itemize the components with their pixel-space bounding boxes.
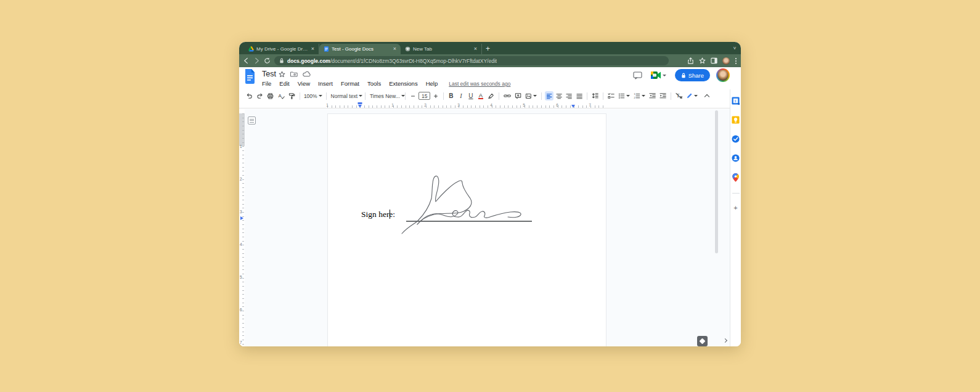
numbered-list-button[interactable]: 12 bbox=[632, 91, 647, 100]
document-title[interactable]: Test bbox=[262, 70, 276, 78]
show-document-outline-button[interactable] bbox=[248, 116, 256, 125]
justify-button[interactable] bbox=[575, 91, 584, 100]
url-path: /document/d/1fCDNo8zm3Q63svrDt-H8QXq5mop… bbox=[330, 58, 497, 64]
underline-button[interactable]: U bbox=[467, 91, 475, 100]
font-family-select[interactable]: Times New... bbox=[369, 91, 402, 100]
last-edit-status[interactable]: Last edit was seconds ago bbox=[449, 80, 510, 87]
italic-button[interactable]: I bbox=[457, 91, 465, 100]
ruler-number: 7 bbox=[240, 340, 242, 345]
text-color-button[interactable]: A bbox=[476, 91, 485, 100]
new-tab-button[interactable]: + bbox=[486, 45, 490, 52]
menu-insert[interactable]: Insert bbox=[317, 80, 333, 87]
horizontal-ruler[interactable]: 1 1 2 3 4 5 6 7 bbox=[239, 102, 730, 108]
zoom-select[interactable]: 100% bbox=[303, 91, 323, 100]
document-status-cloud-icon[interactable] bbox=[303, 71, 311, 78]
google-docs-logo[interactable] bbox=[245, 69, 255, 84]
clear-formatting-button[interactable]: T bbox=[674, 91, 684, 100]
new-tab-favicon-icon bbox=[405, 46, 410, 52]
menu-edit[interactable]: Edit bbox=[279, 80, 290, 87]
decrease-indent-button[interactable] bbox=[648, 91, 657, 100]
svg-text:A: A bbox=[278, 93, 282, 99]
meet-button[interactable] bbox=[648, 70, 669, 80]
menu-format[interactable]: Format bbox=[340, 80, 360, 87]
menu-help[interactable]: Help bbox=[425, 80, 439, 87]
align-center-button[interactable] bbox=[555, 91, 563, 100]
paint-format-button[interactable] bbox=[287, 91, 296, 100]
redo-button[interactable] bbox=[255, 91, 264, 100]
bold-button[interactable]: B bbox=[447, 91, 455, 100]
tab-overflow-chevron-icon[interactable]: v bbox=[733, 45, 736, 51]
decrease-font-size-button[interactable] bbox=[409, 91, 417, 100]
font-caret-icon bbox=[401, 95, 405, 97]
menu-extensions[interactable]: Extensions bbox=[388, 80, 418, 87]
tab-close-icon[interactable]: × bbox=[393, 46, 397, 52]
print-button[interactable] bbox=[266, 91, 275, 100]
highlight-color-button[interactable] bbox=[486, 91, 496, 100]
vertical-ruler[interactable]: 1 2 3 4 5 6 7 bbox=[239, 109, 245, 346]
side-panel: 3 + bbox=[730, 89, 741, 346]
tab-new-tab[interactable]: New Tab × bbox=[401, 44, 482, 54]
paragraph-style-select[interactable]: Normal text bbox=[330, 91, 362, 100]
google-docs-icon bbox=[324, 46, 329, 52]
ruler-number: 5 bbox=[523, 103, 525, 107]
document-scrollbar[interactable] bbox=[715, 110, 718, 253]
menu-view[interactable]: View bbox=[297, 80, 311, 87]
back-icon[interactable] bbox=[243, 57, 250, 64]
align-right-button[interactable] bbox=[565, 91, 573, 100]
editing-mode-select[interactable] bbox=[685, 91, 699, 100]
left-indent-marker[interactable] bbox=[358, 105, 362, 108]
open-comments-icon[interactable] bbox=[633, 71, 642, 80]
browser-menu-icon[interactable] bbox=[735, 57, 737, 65]
spelling-check-button[interactable]: A bbox=[277, 91, 286, 100]
undo-button[interactable] bbox=[245, 91, 254, 100]
font-size-input[interactable]: 15 bbox=[419, 92, 430, 100]
image-dropdown-caret-icon bbox=[533, 95, 537, 97]
svg-text:2: 2 bbox=[634, 96, 635, 99]
google-tasks-icon[interactable] bbox=[732, 135, 740, 143]
meet-dropdown-caret-icon bbox=[663, 75, 666, 76]
docs-toolbar: A 100% Normal text Times New... 15 B I U… bbox=[239, 89, 730, 102]
document-canvas[interactable]: Sign here: 1 2 3 4 5 6 7 bbox=[239, 109, 730, 346]
hide-menus-chevron-icon[interactable] bbox=[704, 94, 709, 99]
align-left-button[interactable] bbox=[545, 91, 553, 100]
line-spacing-button[interactable] bbox=[590, 91, 600, 100]
show-side-panel-chevron-icon[interactable] bbox=[723, 338, 727, 343]
document-page[interactable]: Sign here: bbox=[327, 113, 606, 346]
google-keep-icon[interactable] bbox=[732, 116, 740, 124]
increase-indent-button[interactable] bbox=[658, 91, 668, 100]
google-calendar-icon[interactable]: 3 bbox=[732, 97, 740, 105]
get-add-ons-button[interactable]: + bbox=[733, 205, 737, 211]
ruler-number: 4 bbox=[240, 242, 242, 247]
move-folder-icon[interactable] bbox=[290, 71, 298, 78]
menu-file[interactable]: File bbox=[261, 80, 272, 87]
tab-close-icon[interactable]: × bbox=[311, 46, 315, 52]
forward-icon[interactable] bbox=[253, 57, 260, 64]
omnibox[interactable]: docs.google.com/document/d/1fCDNo8zm3Q63… bbox=[274, 56, 669, 65]
right-indent-marker[interactable] bbox=[571, 105, 575, 108]
share-page-icon[interactable] bbox=[687, 57, 694, 64]
account-avatar[interactable] bbox=[716, 68, 730, 82]
first-line-indent-marker[interactable] bbox=[358, 102, 362, 104]
menu-tools[interactable]: Tools bbox=[367, 80, 382, 87]
docs-header: Test File Edit View Insert Format Tools … bbox=[239, 67, 741, 89]
tab-my-drive[interactable]: My Drive - Google Drive × bbox=[244, 44, 319, 54]
address-bar-row: docs.google.com/document/d/1fCDNo8zm3Q63… bbox=[239, 54, 741, 67]
checklist-button[interactable] bbox=[606, 91, 616, 100]
share-button[interactable]: Share bbox=[675, 69, 710, 81]
reload-icon[interactable] bbox=[264, 57, 271, 64]
google-maps-icon[interactable] bbox=[732, 173, 739, 182]
tab-test-docs[interactable]: Test - Google Docs × bbox=[319, 44, 401, 54]
bulleted-list-button[interactable] bbox=[617, 91, 631, 100]
explore-button[interactable] bbox=[697, 336, 708, 346]
star-document-icon[interactable] bbox=[279, 71, 285, 78]
bookmark-star-icon[interactable] bbox=[699, 57, 706, 64]
insert-link-button[interactable] bbox=[502, 91, 512, 100]
google-contacts-icon[interactable] bbox=[732, 154, 740, 162]
insert-image-button[interactable] bbox=[524, 91, 538, 100]
increase-font-size-button[interactable] bbox=[431, 91, 440, 100]
side-panel-icon[interactable] bbox=[711, 57, 717, 64]
menu-bar: File Edit View Insert Format Tools Exten… bbox=[261, 80, 510, 87]
tab-close-icon[interactable]: × bbox=[473, 46, 478, 52]
profile-avatar[interactable] bbox=[722, 57, 730, 65]
add-comment-button[interactable] bbox=[513, 91, 523, 100]
